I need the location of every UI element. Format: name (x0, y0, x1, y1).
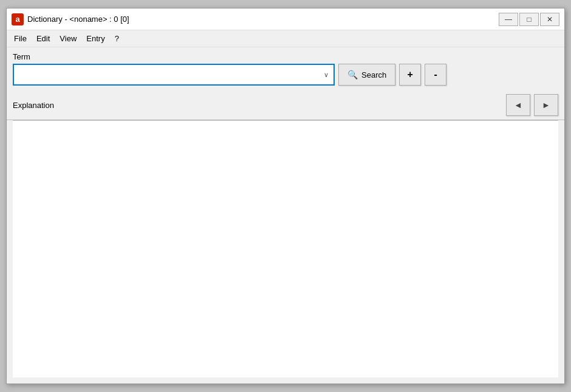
term-input-wrapper[interactable]: ∨ (13, 64, 335, 86)
search-button[interactable]: 🔍 Search (338, 64, 395, 86)
search-label: Search (361, 70, 386, 79)
menu-help[interactable]: ? (110, 32, 124, 45)
term-label: Term (13, 52, 558, 61)
term-dropdown-arrow[interactable]: ∨ (321, 71, 331, 79)
explanation-row: Explanation ◄ ► (7, 90, 564, 120)
menu-view[interactable]: View (55, 32, 81, 45)
remove-button[interactable]: - (425, 64, 446, 86)
menu-file[interactable]: File (9, 32, 32, 45)
close-button[interactable]: ✕ (540, 13, 559, 26)
menu-entry[interactable]: Entry (81, 32, 109, 45)
menu-bar: File Edit View Entry ? (7, 30, 564, 47)
menu-edit[interactable]: Edit (32, 32, 55, 45)
search-icon: 🔍 (347, 70, 358, 79)
minimize-button[interactable]: — (499, 13, 518, 26)
window-title: Dictionary - <noname> : 0 [0] (27, 15, 129, 24)
term-row: ∨ 🔍 Search + - (13, 64, 558, 86)
title-bar: a Dictionary - <noname> : 0 [0] — □ ✕ (7, 8, 564, 30)
explanation-label: Explanation (13, 101, 54, 110)
prev-button[interactable]: ◄ (506, 94, 530, 116)
main-window: a Dictionary - <noname> : 0 [0] — □ ✕ Fi… (6, 8, 565, 384)
title-left: a Dictionary - <noname> : 0 [0] (12, 13, 129, 25)
maximize-button[interactable]: □ (519, 13, 539, 26)
term-toolbar: Term ∨ 🔍 Search + - (7, 47, 564, 90)
nav-buttons: ◄ ► (506, 94, 558, 116)
term-input[interactable] (16, 65, 321, 84)
title-buttons: — □ ✕ (499, 13, 559, 26)
content-area (13, 120, 558, 377)
next-button[interactable]: ► (534, 94, 558, 116)
add-button[interactable]: + (399, 64, 421, 86)
app-icon: a (12, 13, 24, 25)
